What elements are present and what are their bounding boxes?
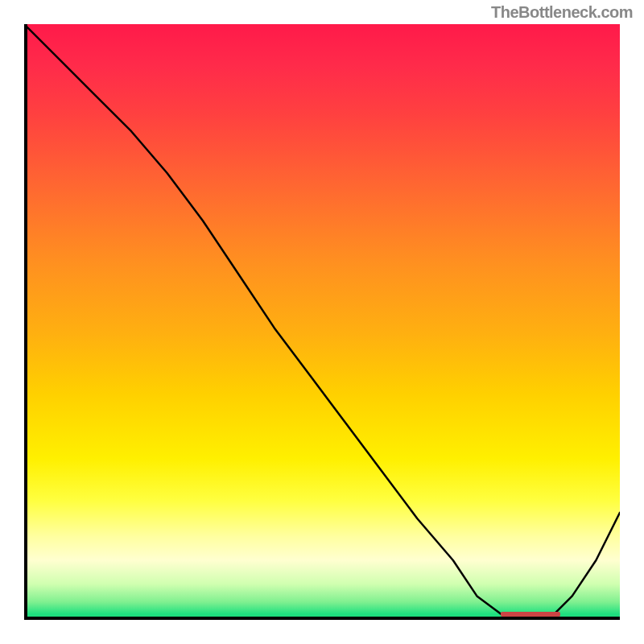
watermark-text: TheBottleneck.com — [491, 3, 633, 22]
chart-curve-svg — [24, 24, 620, 620]
optimum-range-marker — [501, 612, 560, 617]
chart-plot-area — [24, 24, 620, 620]
bottleneck-curve-path — [24, 24, 620, 620]
